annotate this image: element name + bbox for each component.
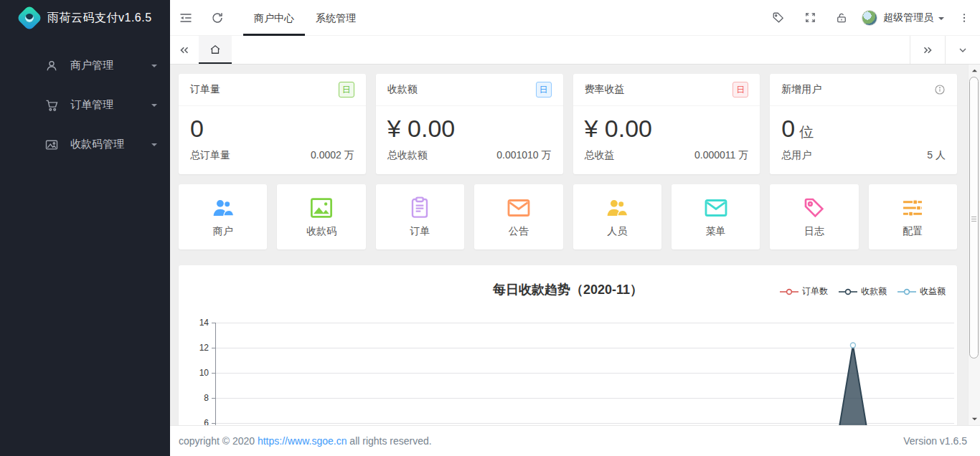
stat-title: 费率收益 <box>585 83 625 96</box>
footer-link[interactable]: https://www.sgoe.cn <box>258 435 347 447</box>
copyright-prefix: copyright © 2020 <box>179 435 258 447</box>
version-text: Version v1.6.5 <box>903 435 967 447</box>
sidebar-item-merchant-management[interactable]: 商户管理 <box>0 46 170 85</box>
stat-card-received: 收款额 日 ¥ 0.00 总收款额 0.001010 万 <box>376 74 563 174</box>
legend-item-orders[interactable]: 订单数 <box>780 285 828 298</box>
chevron-down-icon <box>150 101 159 110</box>
chevron-down-icon <box>150 62 159 70</box>
tabs-scroll-right-icon[interactable] <box>910 36 945 64</box>
stat-footer-value: 0.000011 万 <box>694 149 748 162</box>
clipboard-icon <box>406 196 433 220</box>
shortcut-label: 商户 <box>213 225 233 238</box>
app-logo-icon <box>17 5 43 32</box>
shortcut-menu[interactable]: 菜单 <box>672 184 760 250</box>
user-icon <box>44 59 59 73</box>
chevron-down-icon[interactable] <box>937 14 946 23</box>
day-badge[interactable]: 日 <box>339 82 354 98</box>
stat-title: 收款额 <box>387 83 418 96</box>
envelope-icon <box>702 196 730 220</box>
chart-plot: 14121086 <box>215 323 954 425</box>
sidebar-item-label: 订单管理 <box>70 98 150 112</box>
more-options-icon[interactable] <box>948 0 980 36</box>
unlock-icon[interactable] <box>826 0 857 36</box>
top-nav-tabs: 商户中心 系统管理 <box>243 0 367 36</box>
chart-series-canvas <box>216 323 955 425</box>
fullscreen-icon[interactable] <box>794 0 826 36</box>
cart-icon <box>44 98 59 113</box>
users-icon <box>603 196 631 220</box>
content-area: 订单量 日 0 总订单量 0.0002 万 收款额 日 ¥ 0.00 总收款额 … <box>170 65 980 425</box>
stat-value: 0 <box>781 115 795 142</box>
stat-value: ¥ 0.00 <box>387 115 456 142</box>
tab-options-chevron-icon[interactable] <box>946 36 980 64</box>
main-column: 商户中心 系统管理 超级管理员 <box>170 0 980 456</box>
legend-item-profit[interactable]: 收益额 <box>897 285 946 298</box>
refresh-icon[interactable] <box>202 0 233 36</box>
avatar[interactable] <box>862 10 877 26</box>
user-name[interactable]: 超级管理员 <box>883 11 933 24</box>
shortcut-staff[interactable]: 人员 <box>573 184 661 250</box>
shortcut-label: 人员 <box>607 225 627 238</box>
users-icon <box>209 196 237 220</box>
tab-merchant-center[interactable]: 商户中心 <box>243 0 305 36</box>
stat-footer-label: 总收款额 <box>387 149 428 162</box>
stat-card-fee-profit: 费率收益 日 ¥ 0.00 总收益 0.000011 万 <box>573 74 760 174</box>
day-badge[interactable]: 日 <box>732 82 748 98</box>
y-axis-label: 10 <box>199 368 209 378</box>
shortcut-settings[interactable]: 配置 <box>869 184 957 250</box>
copyright-suffix: all rights reserved. <box>347 435 431 447</box>
chevron-down-icon <box>150 141 159 149</box>
copyright-text: copyright © 2020 https://www.sgoe.cn all… <box>179 435 432 447</box>
stat-card-new-users: 新增用户 0位 总用户 5 人 <box>770 74 957 174</box>
stat-footer-label: 总收益 <box>585 149 615 162</box>
app-logo[interactable]: 雨荷云码支付v1.6.5 <box>0 0 170 36</box>
envelope-icon <box>505 196 532 220</box>
chart-legend: 订单数 收款额 收益额 <box>780 285 946 298</box>
shortcut-announcement[interactable]: 公告 <box>474 184 562 250</box>
stat-footer-label: 总用户 <box>781 149 811 162</box>
collapse-sidebar-icon[interactable] <box>170 0 202 36</box>
tabbar-right <box>910 36 980 64</box>
scrollbar-thumb[interactable] <box>969 77 979 358</box>
stat-card-row: 订单量 日 0 总订单量 0.0002 万 收款额 日 ¥ 0.00 总收款额 … <box>179 74 957 174</box>
vertical-scrollbar[interactable] <box>968 65 980 425</box>
scroll-up-icon[interactable] <box>969 65 980 77</box>
stat-footer-value: 5 人 <box>927 149 946 162</box>
shortcut-label: 收款码 <box>306 225 336 238</box>
sidebar-item-label: 商户管理 <box>70 59 150 72</box>
tab-system-management[interactable]: 系统管理 <box>305 0 367 36</box>
image-icon <box>44 138 59 152</box>
sliders-icon <box>899 196 926 220</box>
shortcut-row: 商户 收款码 订单 公告 <box>179 184 957 250</box>
stat-title: 新增用户 <box>781 83 821 96</box>
sidebar-item-order-management[interactable]: 订单管理 <box>0 85 170 125</box>
sidebar-item-qrcode-management[interactable]: 收款码管理 <box>0 125 170 164</box>
legend-item-received[interactable]: 收款额 <box>839 285 887 298</box>
tag-icon <box>801 196 828 220</box>
y-axis-label: 12 <box>199 343 209 353</box>
shortcut-label: 日志 <box>804 225 824 238</box>
shortcut-label: 公告 <box>509 225 529 238</box>
y-axis-label: 6 <box>204 418 209 425</box>
app-title: 雨荷云码支付v1.6.5 <box>47 11 152 26</box>
info-icon[interactable] <box>934 84 946 95</box>
shortcut-orders[interactable]: 订单 <box>376 184 464 250</box>
tag-icon[interactable] <box>763 0 794 36</box>
day-badge[interactable]: 日 <box>536 82 552 98</box>
shortcut-logs[interactable]: 日志 <box>770 184 858 250</box>
top-navbar: 商户中心 系统管理 超级管理员 <box>170 0 980 36</box>
shortcut-label: 菜单 <box>706 225 726 238</box>
legend-label: 收益额 <box>920 285 946 298</box>
shortcut-merchant[interactable]: 商户 <box>179 184 267 250</box>
stat-card-orders: 订单量 日 0 总订单量 0.0002 万 <box>179 74 366 174</box>
page-tab-bar <box>170 36 980 65</box>
y-axis-label: 8 <box>204 393 209 403</box>
y-axis-label: 14 <box>199 318 209 328</box>
tabs-scroll-left-icon[interactable] <box>170 36 199 64</box>
scroll-down-icon[interactable] <box>969 413 980 425</box>
stat-footer-label: 总订单量 <box>190 149 230 162</box>
topbar-right: 超级管理员 <box>763 0 980 36</box>
shortcut-qrcode[interactable]: 收款码 <box>277 184 365 250</box>
tab-home[interactable] <box>199 36 232 64</box>
sidebar: 雨荷云码支付v1.6.5 商户管理 订单管理 收款码管理 <box>0 0 170 456</box>
